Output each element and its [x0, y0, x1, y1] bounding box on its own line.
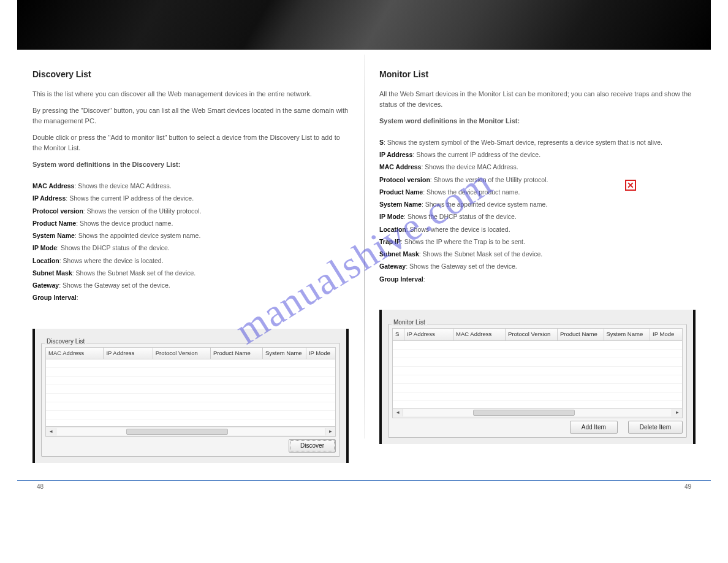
discovery-intro: This is the list where you can discover …	[32, 89, 349, 99]
monitor-intro: All the Web Smart devices in the Monitor…	[379, 89, 696, 110]
discover-button[interactable]: Discover	[289, 439, 336, 453]
col-system-name[interactable]: System Name	[604, 329, 651, 340]
col-product-name[interactable]: Product Name	[558, 329, 604, 340]
delete-item-button[interactable]: Delete Item	[628, 421, 683, 434]
discovery-instruction: By pressing the "Discover" button, you c…	[32, 105, 349, 126]
discovery-hscroll[interactable]: ◂ ▸	[45, 427, 336, 437]
col-ip-mode[interactable]: IP Mode	[306, 348, 335, 359]
col-ip-mode[interactable]: IP Mode	[650, 329, 682, 340]
discovery-heading: Discovery List	[32, 68, 349, 82]
scroll-left-icon[interactable]: ◂	[46, 427, 56, 436]
scroll-thumb[interactable]	[126, 429, 228, 435]
col-ip-address[interactable]: IP Address	[104, 348, 153, 359]
discovery-rows[interactable]	[45, 359, 336, 427]
discovery-column-headers[interactable]: MAC Address IP Address Protocol Version …	[45, 347, 336, 360]
scroll-left-icon[interactable]: ◂	[393, 408, 403, 417]
discovery-instruction2: Double click or press the "Add to monito…	[32, 132, 349, 153]
add-item-button[interactable]: Add Item	[570, 421, 618, 434]
page-number-left: 48	[37, 483, 44, 490]
col-protocol-version[interactable]: Protocol Version	[506, 329, 558, 340]
not-alive-icon: ✕	[625, 180, 636, 191]
discovery-field-defs: MAC Address: Shows the device MAC Addres…	[32, 181, 349, 303]
monitor-column-headers[interactable]: S IP Address MAC Address Protocol Versio…	[392, 328, 683, 341]
col-mac-address[interactable]: MAC Address	[46, 348, 104, 359]
col-system-name[interactable]: System Name	[263, 348, 306, 359]
col-mac-address[interactable]: MAC Address	[453, 329, 506, 340]
scroll-right-icon[interactable]: ▸	[325, 427, 335, 436]
monitor-panel-label: Monitor List	[392, 319, 427, 326]
right-column: Monitor List All the Web Smart devices i…	[364, 68, 711, 463]
scroll-right-icon[interactable]: ▸	[672, 408, 682, 417]
col-product-name[interactable]: Product Name	[211, 348, 263, 359]
col-s[interactable]: S	[393, 329, 404, 340]
page-header-banner	[17, 0, 711, 50]
left-column: Discovery List This is the list where yo…	[17, 68, 364, 463]
scroll-thumb[interactable]	[473, 410, 575, 416]
monitor-field-defs: S: Shows the system symbol of the Web-Sm…	[379, 137, 696, 284]
monitor-rows[interactable]	[392, 341, 683, 408]
page-number-right: 49	[684, 483, 691, 490]
col-ip-address[interactable]: IP Address	[404, 329, 453, 340]
monitor-heading: Monitor List	[379, 68, 696, 82]
monitor-panel: Monitor List S IP Address MAC Address Pr…	[379, 310, 696, 444]
discovery-panel-label: Discovery List	[45, 338, 86, 345]
monitor-defs-title: System word definitions in the Monitor L…	[379, 116, 696, 126]
discovery-defs-title: System word definitions in the Discovery…	[32, 159, 349, 170]
monitor-hscroll[interactable]: ◂ ▸	[392, 408, 683, 418]
col-protocol-version[interactable]: Protocol Version	[153, 348, 211, 359]
column-divider	[364, 55, 365, 439]
discovery-panel: Discovery List MAC Address IP Address Pr…	[32, 329, 349, 463]
